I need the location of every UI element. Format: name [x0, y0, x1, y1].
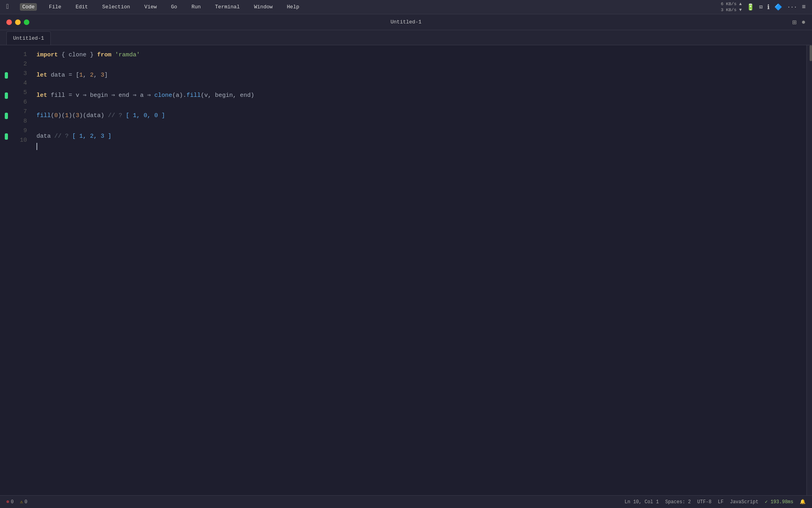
token-data-var: data	[36, 132, 54, 141]
token-ramda: 'ramda'	[115, 50, 140, 60]
code-line-2	[33, 60, 806, 71]
code-line-7: fill ( 0 )( 1 )( 3 )(data) // ? [ 1, 0, …	[33, 111, 806, 121]
line-num-9: 9	[10, 126, 27, 136]
info-icon: ℹ	[767, 3, 770, 11]
menu-terminal[interactable]: Terminal	[213, 3, 242, 11]
window-title: Untitled-1	[391, 19, 421, 25]
editor-container: 1 2 3 4 5 6 7 8 9 10 import { clone } fr…	[0, 45, 812, 495]
line-num-5: 5	[10, 88, 27, 98]
code-line-10	[33, 141, 806, 152]
ellipsis-icon: ···	[787, 4, 797, 10]
minimap-scrollbar[interactable]	[806, 45, 812, 495]
line-num-7: 7	[10, 107, 27, 117]
menu-code[interactable]: Code	[20, 3, 37, 11]
list-icon: ≡	[802, 4, 806, 11]
line-num-8: 8	[10, 117, 27, 126]
gutter-line-1	[3, 50, 10, 60]
line-numbers: 1 2 3 4 5 6 7 8 9 10	[10, 45, 33, 495]
token-data-assign: data = [	[47, 71, 79, 80]
token-comment2: // ?	[54, 132, 72, 141]
token-comma2: ,	[94, 71, 101, 80]
gutter-line-9	[3, 131, 10, 142]
breakpoint-dot-5[interactable]	[5, 92, 8, 99]
code-line-1: import { clone } from 'ramda'	[33, 50, 806, 60]
gutter-line-8	[3, 121, 10, 131]
line-num-6: 6	[10, 98, 27, 107]
token-clone: clone	[154, 91, 172, 100]
maximize-button[interactable]	[24, 19, 29, 25]
gutter-line-3	[3, 70, 10, 81]
token-1b: 1	[65, 111, 69, 121]
code-editor[interactable]: import { clone } from 'ramda' let data =…	[33, 45, 806, 495]
line-num-4: 4	[10, 79, 27, 88]
menu-help[interactable]: Help	[285, 3, 302, 11]
token-bracket-close1: ]	[104, 71, 108, 80]
gutter-line-4	[3, 81, 10, 91]
token-0a: 0	[54, 111, 58, 121]
menu-view[interactable]: View	[142, 3, 159, 11]
error-icon: ⊗	[6, 499, 9, 505]
code-line-6	[33, 101, 806, 111]
airplay-icon: ⊡	[759, 4, 762, 10]
timing: ✓ 193.98ms	[765, 499, 793, 505]
token-comma1: ,	[83, 71, 90, 80]
menu-bar:  Code File Edit Selection View Go Run T…	[0, 0, 812, 14]
menu-window[interactable]: Window	[252, 3, 275, 11]
line-num-1: 1	[10, 50, 27, 60]
tab-bar: Untitled-1	[0, 30, 812, 45]
battery-icon: 🔋	[747, 3, 755, 11]
tab-label: Untitled-1	[13, 35, 44, 41]
notification-bell[interactable]: 🔔	[800, 499, 806, 505]
error-number: 0	[11, 499, 13, 505]
warning-icon: ⚠	[20, 499, 23, 505]
menu-run[interactable]: Run	[189, 3, 203, 11]
token-fill-args: (v, begin, end)	[201, 91, 254, 100]
warning-count[interactable]: ⚠ 0	[20, 499, 27, 505]
split-editor-icon[interactable]: ⊞	[792, 18, 797, 27]
breakpoint-dot-9[interactable]	[5, 133, 8, 140]
menu-edit[interactable]: Edit	[73, 3, 90, 11]
token-braces: { clone }	[58, 50, 97, 60]
line-ending[interactable]: LF	[718, 499, 724, 505]
language-mode[interactable]: JavaScript	[730, 499, 758, 505]
token-fill-fn: fill	[186, 91, 201, 100]
apple-icon: 	[6, 3, 10, 11]
menu-file[interactable]: File	[46, 3, 63, 11]
error-count[interactable]: ⊗ 0	[6, 499, 13, 505]
token-paren2: )(	[58, 111, 65, 121]
scroll-thumb[interactable]	[810, 45, 812, 61]
token-let1: let	[36, 71, 47, 80]
menu-selection[interactable]: Selection	[100, 3, 132, 11]
token-paren1: (	[51, 111, 54, 121]
token-2a: 2	[90, 71, 94, 80]
warning-number: 0	[25, 499, 27, 505]
indentation[interactable]: Spaces: 2	[665, 499, 691, 505]
token-1a: 1	[79, 71, 83, 80]
status-left: ⊗ 0 ⚠ 0	[6, 499, 615, 505]
token-3b: 3	[76, 111, 79, 121]
code-line-5: let fill = v ⇒ begin ⇒ end ⇒ a ⇒ clone (…	[33, 90, 806, 101]
breakpoint-gutter	[0, 45, 10, 495]
finder-icon: 🔷	[774, 3, 782, 11]
unsaved-dot: ●	[801, 18, 806, 26]
menu-go[interactable]: Go	[169, 3, 180, 11]
breakpoint-dot-3[interactable]	[5, 72, 8, 79]
token-fill-assign: fill = v ⇒ begin ⇒ end ⇒ a ⇒	[47, 91, 154, 100]
gutter-line-10	[3, 141, 10, 152]
title-bar: Untitled-1 ⊞ ●	[0, 14, 812, 30]
minimize-button[interactable]	[15, 19, 21, 25]
window-controls	[6, 19, 29, 25]
token-data-arg: )(data)	[79, 111, 108, 121]
status-bar: ⊗ 0 ⚠ 0 Ln 10, Col 1 Spaces: 2 UTF-8 LF …	[0, 495, 812, 508]
token-let2: let	[36, 91, 47, 100]
line-num-10: 10	[10, 136, 27, 145]
tab-untitled1[interactable]: Untitled-1	[6, 31, 51, 45]
cursor-position[interactable]: Ln 10, Col 1	[624, 499, 659, 505]
token-from: from	[97, 50, 111, 60]
network-stats: 6 KB/s ▲3 KB/s ▼	[721, 1, 742, 13]
close-button[interactable]	[6, 19, 12, 25]
gutter-line-2	[3, 60, 10, 71]
gutter-line-5	[3, 90, 10, 101]
file-encoding[interactable]: UTF-8	[697, 499, 712, 505]
breakpoint-dot-7[interactable]	[5, 113, 8, 119]
